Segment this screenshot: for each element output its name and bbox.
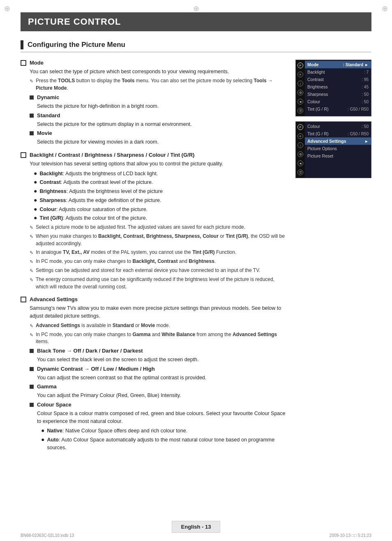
tv-menu-row-mode: Mode : Standard►: [305, 61, 371, 68]
tv-menu-rows-bottom: Colour : 50 Tint (G / R) : G50 / R50 Adv…: [305, 122, 371, 178]
subtopic-standard-body: Selects the picture for the optimum disp…: [30, 121, 288, 128]
tv-icon-setup-b: ⚙: [297, 151, 303, 157]
subtopic-colour-space-label: Colour Space: [37, 402, 71, 408]
tv-menu-row-advanced: Advanced Settings ►: [305, 137, 371, 145]
note-row-energy: ✎ The energy consumed during use can be …: [30, 276, 288, 290]
square-icon-dynamic-contrast: [30, 367, 34, 371]
topic-mode-label: Mode: [30, 60, 44, 66]
tv-icon-picture: P: [297, 63, 303, 68]
tv-menu-row-contrast: Contrast : 95: [305, 76, 371, 83]
note-row-pc-backlight: ✎ In PC mode, you can only make changes …: [30, 258, 288, 265]
note-row-pal: ✎ In analogue TV, Ext., AV modes of the …: [30, 249, 288, 256]
note-row-tools: ✎ Press the TOOLS button to display the …: [30, 77, 288, 92]
tv-menu-top: P ≡ ♪ ⚙ ◄ ☰ Mode : Standard► Backligh: [295, 60, 371, 116]
note-row-select-mode: ✎ Select a picture mode to be adjusted f…: [30, 224, 288, 231]
bullet-tint: ●Tint (G/R): Adjusts the colour tint of …: [34, 214, 288, 222]
subtopic-colour-space: Colour Space Colour Space is a colour ma…: [21, 402, 288, 452]
page-wrapper: ⊕ ⊕ ⊕ PICTURE CONTROL Configuring the Pi…: [0, 0, 392, 541]
tv-menu-row-sharpness: Sharpness : 50: [305, 91, 371, 98]
note-icon-tools: ✎: [30, 78, 33, 85]
subtopic-dynamic-body: Selects the picture for high-definition …: [30, 102, 288, 110]
tv-menu-row-brightness: Brightness : 45: [305, 83, 371, 91]
tv-icon-setup: ⚙: [297, 90, 303, 95]
tv-icon-channel-b: ≡: [297, 133, 303, 139]
page-footer: English - 13: [0, 521, 392, 533]
square-icon-colour-space: [30, 403, 34, 407]
page-title-banner: PICTURE CONTROL: [21, 12, 371, 31]
crosshair-tc: ⊕: [193, 4, 199, 13]
topic-mode-title: Mode: [21, 60, 288, 66]
note-text-tools: Press the TOOLS button to display the To…: [36, 77, 288, 92]
bullet-colour: ●Colour: Adjusts colour saturation of th…: [34, 206, 288, 214]
page-title: PICTURE CONTROL: [28, 16, 121, 27]
note-adv-standard: ✎ Advanced Settings is available in Stan…: [30, 322, 288, 330]
bullet-contrast: ●Contrast: Adjusts the contrast level of…: [34, 179, 288, 186]
square-icon-gamma: [30, 385, 34, 389]
tv-menu-icons-top: P ≡ ♪ ⚙ ◄ ☰: [296, 60, 305, 116]
tv-icon-input: ◄: [297, 99, 303, 104]
crosshair-tr: ⊕: [382, 4, 388, 13]
image-column: P ≡ ♪ ⚙ ◄ ☰ Mode : Standard► Backligh: [295, 60, 371, 457]
subtopic-gamma-label: Gamma: [37, 383, 57, 390]
main-content: Mode You can select the type of picture …: [21, 60, 371, 457]
note-adv-pc: ✎ In PC mode, you can only make changes …: [30, 331, 288, 346]
tv-menu-row-colour: Colour : 50: [305, 98, 371, 105]
square-icon-standard: [30, 114, 34, 118]
subtopic-dynamic-contrast-label: Dynamic Contrast → Off / Low / Medium / …: [37, 366, 155, 372]
topic-backlight-body: Your television has several setting opti…: [21, 160, 288, 290]
topic-mode-body: You can select the type of picture which…: [21, 68, 288, 92]
section-heading-bar: [21, 40, 23, 49]
subtopic-standard-label: Standard: [37, 112, 60, 118]
note-row-store: ✎ Settings can be adjusted and stored fo…: [30, 267, 288, 274]
section-heading-text: Configuring the Picture Menu: [28, 41, 125, 49]
subtopic-dynamic: Dynamic Selects the picture for high-def…: [21, 94, 288, 110]
subtopic-movie-body: Selects the picture for viewing movies i…: [30, 138, 288, 146]
square-icon-movie: [30, 131, 34, 135]
bullet-brightness: ●Brightness: Adjusts the brightness leve…: [34, 188, 288, 195]
doc-filename: BN68-02363C-02L10.indb 13: [21, 533, 74, 538]
tv-icon-channel: ≡: [297, 72, 303, 77]
bullet-auto: ●Auto: Auto Colour Space automatically a…: [41, 436, 288, 452]
text-column: Mode You can select the type of picture …: [21, 60, 288, 457]
note-row-osd: ✎ When you make changes to Backlight, Co…: [30, 233, 288, 247]
topic-backlight-label: Backlight / Contrast / Brightness / Shar…: [30, 152, 194, 158]
tv-icon-input-b: ◄: [297, 160, 303, 166]
bullet-sharpness: ●Sharpness: Adjusts the edge definition …: [34, 197, 288, 204]
tv-menu-row-colour-b: Colour : 50: [305, 123, 371, 130]
tv-icon-app: ☰: [297, 108, 303, 114]
topic-mode: Mode You can select the type of picture …: [21, 60, 288, 146]
subtopic-dynamic-contrast: Dynamic Contrast → Off / Low / Medium / …: [21, 366, 288, 382]
tv-icon-app-b: ☰: [297, 169, 303, 175]
subtopic-standard: Standard Selects the picture for the opt…: [21, 112, 288, 128]
section-heading: Configuring the Picture Menu: [21, 40, 371, 52]
tv-icon-picture-b: P: [297, 124, 303, 130]
doc-bottom: BN68-02363C-02L10.indb 13 2009-10-13 □□ …: [21, 533, 371, 538]
bullet-backlight: ●Backlight: Adjusts the brightness of LC…: [34, 170, 288, 178]
bullet-native: ●Native: Native Colour Space offers deep…: [41, 427, 288, 435]
crosshair-tl: ⊕: [4, 4, 10, 13]
subtopic-dynamic-label: Dynamic: [37, 94, 59, 100]
tv-menu-row-tint-b: Tint (G / R) : G50 / R50: [305, 130, 371, 137]
subtopic-black-tone: Black Tone → Off / Dark / Darker / Darke…: [21, 348, 288, 364]
colour-space-bullets: ●Native: Native Colour Space offers deep…: [37, 427, 288, 451]
tv-menu-row-reset: Picture Reset: [305, 152, 371, 160]
checkbox-icon-mode: [21, 60, 26, 66]
square-icon-dynamic: [30, 95, 34, 100]
subtopic-movie-label: Movie: [37, 130, 52, 136]
page-number-box: English - 13: [172, 521, 221, 533]
topic-advanced-label: Advanced Settings: [30, 296, 78, 302]
square-icon-black-tone: [30, 349, 34, 353]
tv-menu-bottom: P ≡ ♪ ⚙ ◄ ☰ Colour : 50 Tint (G / R): [295, 121, 371, 178]
tv-menu-row-backlight: Backlight : 7: [305, 68, 371, 76]
tv-menu-icons-bottom: P ≡ ♪ ⚙ ◄ ☰: [296, 122, 305, 178]
doc-date: 2009-10-13 □□ 5:21:23: [330, 533, 371, 538]
topic-advanced-body: Samsung's new TVs allow you to make even…: [21, 304, 288, 346]
tv-menu-row-options: Picture Options: [305, 145, 371, 152]
tv-icon-sound: ♪: [297, 81, 303, 86]
topic-advanced: Advanced Settings Samsung's new TVs allo…: [21, 296, 288, 452]
subtopic-gamma: Gamma You can adjust the Primary Colour …: [21, 383, 288, 399]
tv-menu-rows-top: Mode : Standard► Backlight : 7 Contrast …: [305, 60, 371, 116]
tv-menu-row-tint: Tint (G / R) : G50 / R50: [305, 105, 371, 113]
backlight-bullets: ●Backlight: Adjusts the brightness of LC…: [30, 170, 288, 223]
checkbox-icon-backlight: [21, 152, 26, 158]
